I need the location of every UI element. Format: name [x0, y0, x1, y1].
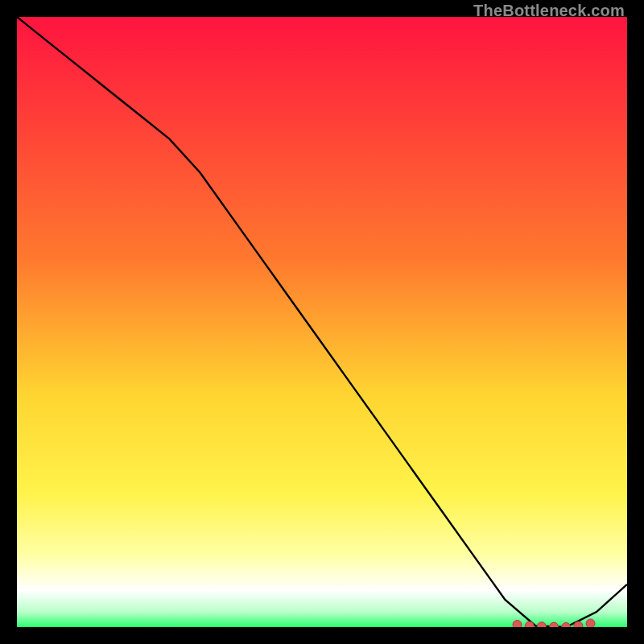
highlight-marker [537, 622, 546, 627]
bottleneck-curve [17, 17, 627, 627]
plot-area [17, 17, 627, 627]
chart-stage: TheBottleneck.com [0, 0, 644, 644]
highlight-markers [513, 619, 595, 627]
highlight-marker [586, 619, 595, 627]
highlight-marker [525, 621, 534, 627]
highlight-marker [550, 622, 559, 627]
highlight-marker [513, 620, 522, 627]
highlight-marker [574, 621, 583, 627]
curve-layer [17, 17, 627, 627]
highlight-marker [562, 623, 571, 628]
